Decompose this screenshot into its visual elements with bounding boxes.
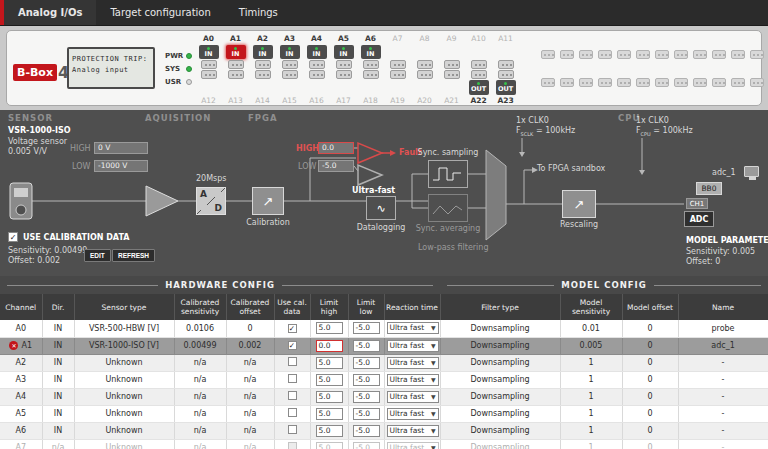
analog-channel[interactable]: A6 IN: [357, 32, 384, 69]
use-cal-checkbox[interactable]: [288, 408, 297, 417]
edit-button[interactable]: EDIT: [84, 249, 111, 262]
analog-channel[interactable]: A11: [492, 32, 519, 69]
connector-icon: [712, 50, 726, 59]
limit-high-input[interactable]: 5.0: [316, 408, 343, 420]
analog-channel[interactable]: A18: [357, 69, 384, 106]
refresh-button[interactable]: REFRESH: [112, 249, 155, 262]
analog-channel[interactable]: A12: [195, 69, 222, 106]
analog-channel[interactable]: A21: [438, 69, 465, 106]
model-sensitivity: Sensitivity: 0.005: [686, 247, 755, 257]
analog-channel[interactable]: A0 IN: [195, 32, 222, 69]
limit-high-field[interactable]: 0.0: [318, 142, 354, 154]
tab-label: Timings: [239, 7, 278, 18]
limit-high-input[interactable]: 5.0: [316, 374, 343, 386]
analog-channel[interactable]: A15: [276, 69, 303, 106]
channel-row[interactable]: A6 IN Unknown n/a n/a 5.0 -5.0 Ultra fas…: [0, 422, 768, 439]
reaction-time-select[interactable]: Ultra fast▼: [387, 357, 439, 369]
sensor-low-field[interactable]: -1000 V: [94, 160, 148, 172]
use-cal-checkbox[interactable]: [288, 357, 297, 366]
reaction-time-select[interactable]: Ultra fast▼: [387, 408, 439, 420]
connector-icon: [417, 60, 433, 69]
limit-low-field[interactable]: -5.0: [318, 160, 354, 172]
use-cal-checkbox[interactable]: [288, 341, 297, 350]
tab[interactable]: Timings: [225, 0, 292, 25]
limit-low-input[interactable]: -5.0: [353, 442, 380, 449]
limit-high-input[interactable]: 0.0: [316, 340, 343, 352]
reaction-time-select[interactable]: Ultra fast▼: [387, 374, 439, 386]
limit-low-input[interactable]: -5.0: [353, 340, 380, 352]
limit-low-input[interactable]: -5.0: [353, 425, 380, 437]
use-calibration-checkbox[interactable]: [8, 232, 18, 242]
limit-low-input[interactable]: -5.0: [353, 408, 380, 420]
limit-high-input[interactable]: 5.0: [316, 391, 343, 403]
connector-icon: [228, 60, 244, 69]
chevron-down-icon: ▼: [431, 409, 436, 419]
cell-cal-sensitivity: n/a: [174, 405, 226, 422]
channel-row[interactable]: A3 IN Unknown n/a n/a 5.0 -5.0 Ultra fas…: [0, 371, 768, 388]
analog-channel[interactable]: A2 IN: [249, 32, 276, 69]
analog-channel[interactable]: A4 IN: [303, 32, 330, 69]
limit-high-input[interactable]: 5.0: [316, 357, 343, 369]
limit-high-input[interactable]: 5.0: [316, 322, 343, 334]
analog-channel[interactable]: A17: [330, 69, 357, 106]
use-cal-checkbox[interactable]: [288, 324, 297, 333]
reaction-time-select[interactable]: Ultra fast▼: [387, 425, 439, 437]
connector-icon: [636, 50, 650, 59]
connector-icon: [750, 50, 764, 59]
limit-high-input[interactable]: 5.0: [316, 425, 343, 437]
analog-channel[interactable]: OUT A23: [492, 69, 519, 106]
channel-label: A3: [284, 34, 295, 44]
sensor-high-field[interactable]: 0 V: [94, 142, 148, 154]
limit-low-input[interactable]: -5.0: [353, 322, 380, 334]
limit-high-input[interactable]: 5.0: [316, 442, 343, 449]
use-cal-checkbox[interactable]: [288, 391, 297, 400]
analog-channel[interactable]: A9: [438, 32, 465, 69]
sync-sampling-label: Sync. sampling: [415, 148, 481, 158]
reaction-time-select[interactable]: Ultra fast▼: [387, 340, 439, 352]
limit-low-input[interactable]: -5.0: [353, 357, 380, 369]
cell-limit-high: 0.0: [310, 337, 348, 354]
limit-low-input[interactable]: -5.0: [353, 391, 380, 403]
reaction-time-select[interactable]: Ultra fast▼: [387, 391, 439, 403]
channel-label: A18: [363, 96, 378, 106]
use-cal-checkbox[interactable]: [288, 442, 297, 449]
limit-low-input[interactable]: -5.0: [353, 374, 380, 386]
cell-sensor-type: Unknown: [74, 439, 174, 449]
cell-sensor-type: Unknown: [74, 422, 174, 439]
analog-channel[interactable]: A20: [411, 69, 438, 106]
cell-limit-low: -5.0: [348, 320, 384, 337]
cell-dir: n/a: [42, 439, 74, 449]
analog-channel[interactable]: A7: [384, 32, 411, 69]
tab[interactable]: Analog I/Os: [0, 0, 96, 25]
analog-channel[interactable]: A3 IN: [276, 32, 303, 69]
analog-channel[interactable]: OUT A22: [465, 69, 492, 106]
connector-icon: [579, 78, 593, 87]
channel-label: A13: [228, 96, 243, 106]
analog-channel[interactable]: A14: [249, 69, 276, 106]
analog-channel[interactable]: A10: [465, 32, 492, 69]
analog-channel[interactable]: A16: [303, 69, 330, 106]
tab[interactable]: Target configuration: [96, 0, 224, 25]
analog-channel[interactable]: A13: [222, 69, 249, 106]
cell-cal-offset: n/a: [226, 422, 274, 439]
col-reaction-time: Reaction time: [384, 294, 440, 320]
channel-row[interactable]: A0 IN VSR-500-HBW [V] 0.0106 0 5.0 -5.0 …: [0, 320, 768, 337]
use-cal-checkbox[interactable]: [288, 425, 297, 434]
cell-dir: IN: [42, 371, 74, 388]
analog-channel[interactable]: A5 IN: [330, 32, 357, 69]
sensor-kind: Voltage sensor: [8, 137, 67, 147]
cell-filter-type: Downsampling: [440, 337, 560, 354]
model-offset: Offset: 0: [686, 257, 720, 267]
channel-row[interactable]: A5 IN Unknown n/a n/a 5.0 -5.0 Ultra fas…: [0, 405, 768, 422]
reaction-time-select[interactable]: Ultra fast▼: [387, 442, 439, 449]
analog-channel[interactable]: A1 IN: [222, 32, 249, 69]
channel-row[interactable]: ✕A1 IN VSR-1000-ISO [V] 0.00499 0.002 0.…: [0, 337, 768, 354]
sensor-high-label: HIGH: [70, 144, 91, 154]
use-cal-checkbox[interactable]: [288, 374, 297, 383]
analog-channel[interactable]: A19: [384, 69, 411, 106]
channel-row[interactable]: A7 n/a Unknown n/a n/a 5.0 -5.0 Ultra fa…: [0, 439, 768, 449]
reaction-time-select[interactable]: Ultra fast▼: [387, 322, 439, 334]
channel-row[interactable]: A4 IN Unknown n/a n/a 5.0 -5.0 Ultra fas…: [0, 388, 768, 405]
channel-row[interactable]: A2 IN Unknown n/a n/a 5.0 -5.0 Ultra fas…: [0, 354, 768, 371]
analog-channel[interactable]: A8: [411, 32, 438, 69]
